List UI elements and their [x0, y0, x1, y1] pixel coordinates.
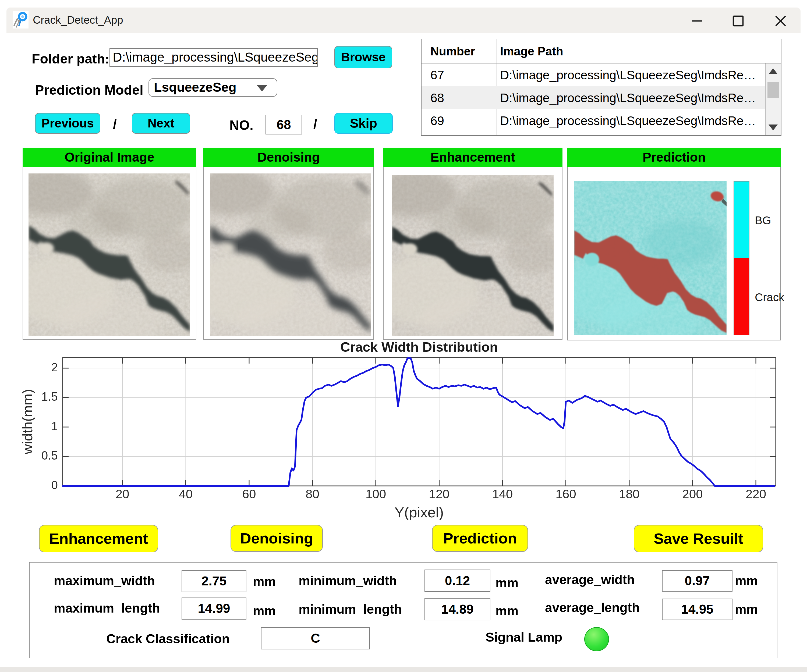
svg-text:60: 60	[242, 487, 256, 501]
svg-text:80: 80	[306, 487, 319, 501]
svg-text:200: 200	[682, 487, 703, 501]
svg-text:160: 160	[556, 487, 576, 501]
svg-text:100: 100	[365, 487, 386, 501]
svg-text:220: 220	[746, 487, 766, 501]
svg-text:1: 1	[51, 420, 58, 433]
svg-text:120: 120	[429, 487, 450, 501]
svg-text:Y(pixel): Y(pixel)	[394, 504, 443, 520]
svg-text:180: 180	[619, 487, 640, 501]
svg-text:0: 0	[51, 478, 58, 491]
svg-text:Crack Width Distribution: Crack Width Distribution	[340, 340, 498, 355]
svg-text:2: 2	[51, 361, 58, 374]
svg-text:1.5: 1.5	[42, 390, 58, 403]
svg-text:width(mm): width(mm)	[20, 389, 35, 455]
svg-text:0.5: 0.5	[42, 449, 58, 462]
svg-text:20: 20	[115, 487, 129, 501]
svg-text:40: 40	[179, 487, 193, 501]
svg-text:140: 140	[492, 487, 513, 501]
